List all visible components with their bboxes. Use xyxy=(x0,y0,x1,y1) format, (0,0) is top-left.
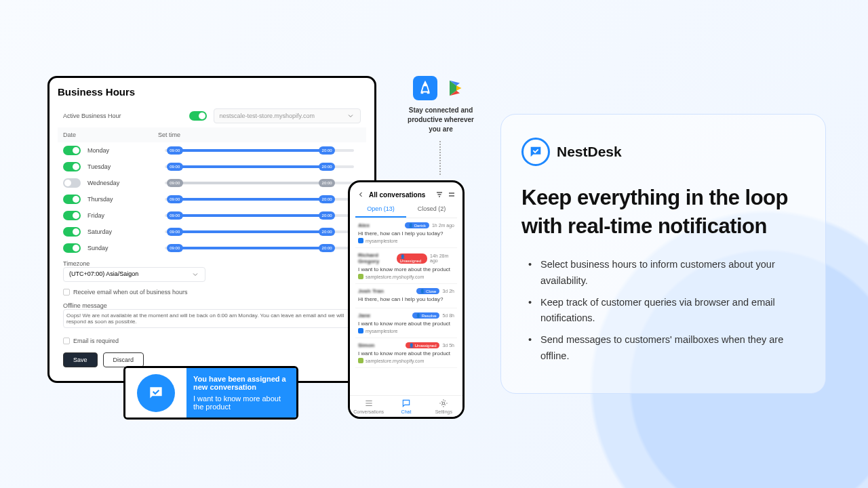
play-store-icon[interactable] xyxy=(444,76,469,100)
svg-point-0 xyxy=(443,402,446,405)
checkbox-icon xyxy=(63,338,70,344)
toast-icon-area xyxy=(125,368,186,418)
time-slider[interactable]: 09:00 20:00 xyxy=(165,198,354,201)
day-name: Monday xyxy=(87,147,109,154)
conversation-item[interactable]: Richard Gregory 👤 Unassigned 14h 28m ago… xyxy=(355,248,457,284)
discard-button[interactable]: Discard xyxy=(103,352,144,367)
end-time[interactable]: 20:00 xyxy=(319,244,335,252)
end-time[interactable]: 20:00 xyxy=(319,195,335,203)
filter-icon[interactable] xyxy=(435,190,443,199)
start-time[interactable]: 09:00 xyxy=(167,179,183,187)
timezone-select[interactable]: (UTC+07:00) Asia/Saigon xyxy=(63,267,205,282)
conv-name: Josh Tran xyxy=(358,288,384,294)
store-select[interactable]: nestscale-test-store.myshopify.com xyxy=(214,108,361,123)
status-badge: 👤 Derick xyxy=(405,222,429,228)
day-name: Friday xyxy=(87,212,104,219)
phone-title: All conversations xyxy=(369,191,425,199)
time-slider[interactable]: 09:00 20:00 xyxy=(165,247,354,249)
conversation-item[interactable]: Simon 👤 Unassigned 3d 5h I want to know … xyxy=(355,338,457,368)
conv-time: 5d 8h xyxy=(442,313,454,318)
conv-time: 3d 5h xyxy=(442,343,454,348)
tab-open[interactable]: Open (13) xyxy=(355,201,406,218)
back-icon[interactable] xyxy=(357,190,365,199)
day-row-sunday: Sunday 09:00 20:00 xyxy=(58,240,366,256)
feature-bullet: Select business hours to inform customer… xyxy=(532,257,805,289)
app-store-icon[interactable] xyxy=(413,76,437,100)
time-slider[interactable]: 09:00 20:00 xyxy=(165,230,354,233)
start-time[interactable]: 09:00 xyxy=(167,228,183,236)
connector-dots xyxy=(439,141,441,175)
end-time[interactable]: 20:00 xyxy=(319,163,335,171)
conv-name: Alex xyxy=(358,222,370,228)
time-slider[interactable]: 09:00 20:00 xyxy=(165,149,354,152)
app-stores: Stay connected and productive wherever y… xyxy=(407,76,475,134)
time-slider[interactable]: 09:00 20:00 xyxy=(165,214,354,217)
date-header: Date xyxy=(63,131,158,138)
status-badge: 👤 Unassigned xyxy=(397,253,427,264)
day-name: Tuesday xyxy=(87,163,111,170)
day-toggle[interactable] xyxy=(63,162,81,171)
active-label: Active Business Hour xyxy=(63,113,121,119)
start-time[interactable]: 09:00 xyxy=(167,244,183,252)
day-row-tuesday: Tuesday 09:00 20:00 xyxy=(58,159,366,175)
day-toggle[interactable] xyxy=(63,195,81,204)
brand-name: NestDesk xyxy=(557,144,622,160)
conversation-item[interactable]: Alex 👤 Derick 1h 2m ago Hi there, how ca… xyxy=(355,218,457,248)
status-badge: 👤 Unassigned xyxy=(406,342,439,348)
receive-email-checkbox[interactable]: Receive email when out of business hours xyxy=(58,286,366,298)
time-slider[interactable]: 09:00 20:00 xyxy=(165,165,354,168)
conv-message: I want to know more about the product xyxy=(358,350,454,357)
start-time[interactable]: 09:00 xyxy=(167,195,183,203)
start-time[interactable]: 09:00 xyxy=(167,146,183,155)
end-time[interactable]: 20:00 xyxy=(319,146,335,155)
conv-name: Richard Gregory xyxy=(358,252,397,264)
notification-toast: You have been assigned a new conversatio… xyxy=(123,366,298,420)
status-badge: 👤 Close xyxy=(416,288,439,294)
active-toggle[interactable] xyxy=(189,111,207,121)
conv-message: Hi there, how can I help you today? xyxy=(358,296,454,302)
conv-source: samplestore.myshopify.com xyxy=(358,358,454,363)
nav-settings[interactable]: Settings xyxy=(425,396,462,417)
day-row-monday: Monday 09:00 20:00 xyxy=(58,142,366,159)
feature-card: NestDesk Keep everything in the loop wit… xyxy=(500,114,826,394)
nav-conversations[interactable]: Conversations xyxy=(350,396,387,417)
conv-time: 1h 2m ago xyxy=(432,223,454,228)
day-name: Sunday xyxy=(87,245,108,251)
email-required-checkbox[interactable]: Email is required xyxy=(58,335,366,347)
end-time[interactable]: 20:00 xyxy=(319,211,335,220)
nav-chat[interactable]: Chat xyxy=(387,396,425,417)
tab-closed[interactable]: Closed (2) xyxy=(406,201,457,218)
day-toggle[interactable] xyxy=(63,178,81,188)
conv-time: 3d 2h xyxy=(442,289,454,293)
save-button[interactable]: Save xyxy=(63,352,98,367)
menu-icon[interactable] xyxy=(448,190,456,199)
stores-text: Stay connected and productive wherever y… xyxy=(407,106,475,134)
offline-message-input[interactable] xyxy=(63,309,361,328)
conversation-item[interactable]: Josh Tran 👤 Close 3d 2h Hi there, how ca… xyxy=(355,284,457,308)
day-name: Thursday xyxy=(87,196,113,203)
chevron-down-icon xyxy=(191,270,199,279)
day-toggle[interactable] xyxy=(63,211,81,220)
time-slider[interactable]: 09:00 20:00 xyxy=(165,182,354,184)
day-toggle[interactable] xyxy=(63,243,81,253)
day-row-saturday: Saturday 09:00 20:00 xyxy=(58,224,366,240)
start-time[interactable]: 09:00 xyxy=(167,163,183,171)
time-header: Set time xyxy=(158,131,180,138)
card-heading: Keep everything in the loop with real-ti… xyxy=(521,184,805,241)
day-toggle[interactable] xyxy=(63,146,81,155)
end-time[interactable]: 20:00 xyxy=(319,179,335,187)
conv-source: mysamplestore xyxy=(358,238,454,243)
status-badge: 👤 Resolve xyxy=(412,312,439,319)
end-time[interactable]: 20:00 xyxy=(319,228,335,236)
feature-bullet: Keep track of customer queries via brows… xyxy=(532,295,805,327)
chat-icon xyxy=(401,399,411,408)
conv-source: mysamplestore xyxy=(358,328,454,333)
toast-body: I want to know more about the product xyxy=(193,394,290,411)
nestdesk-logo-icon xyxy=(521,138,550,166)
conversation-item[interactable]: Jane 👤 Resolve 5d 8h I want to know more… xyxy=(355,308,457,338)
conv-message: I want to know more about the product xyxy=(358,321,454,327)
day-toggle[interactable] xyxy=(63,227,81,237)
conv-message: Hi there, how can I help you today? xyxy=(358,230,454,237)
start-time[interactable]: 09:00 xyxy=(167,211,183,220)
conv-name: Simon xyxy=(358,342,374,348)
